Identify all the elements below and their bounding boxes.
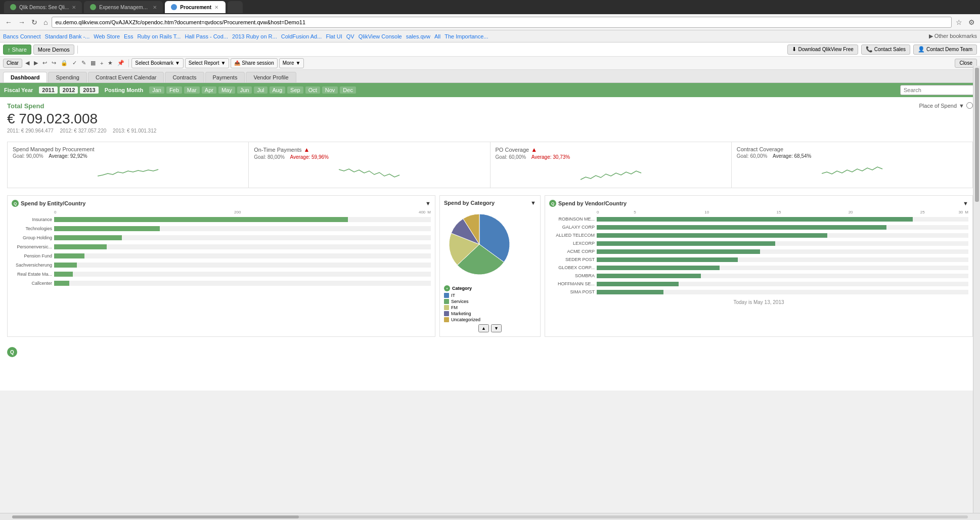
tab-contracts[interactable]: Contracts (165, 72, 204, 82)
bookmark-2013ruby[interactable]: 2013 Ruby on R... (232, 33, 277, 39)
forward-icon[interactable]: ▶ (32, 59, 39, 67)
entity-bar-row[interactable]: Pension Fund (12, 252, 431, 260)
back-button[interactable]: ← (3, 17, 14, 27)
entity-bar-row[interactable]: Real Estate Ma... (12, 270, 431, 278)
pie-down-button[interactable]: ▼ (491, 324, 502, 332)
vendor-bar-row[interactable]: ROBINSON ME... (549, 215, 968, 223)
back-icon[interactable]: ◀ (24, 59, 31, 67)
select-bookmark-dropdown[interactable]: Select Bookmark ▼ (131, 58, 184, 68)
contact-sales-button[interactable]: 📞 Contact Sales (861, 45, 910, 55)
vendor-bar-fill (597, 282, 679, 286)
vendor-bar-row[interactable]: GALAXY CORP (549, 224, 968, 231)
vendor-bar-row[interactable]: SEDER POST (549, 256, 968, 263)
vendor-bar-fill (597, 217, 913, 222)
bookmark-flatui[interactable]: Flat UI (326, 33, 342, 39)
forward-button[interactable]: → (16, 17, 27, 27)
address-bar[interactable] (52, 17, 952, 28)
month-dec[interactable]: Dec (340, 86, 356, 94)
more-dropdown[interactable]: More ▼ (279, 58, 304, 68)
tab-dashboard[interactable]: Dashboard (3, 72, 47, 82)
right-scrollbar[interactable] (973, 66, 980, 391)
fiscal-year-2011[interactable]: 2011 (39, 86, 57, 94)
entity-bar-row[interactable]: Group Holding (12, 234, 431, 242)
bookmark-sales[interactable]: sales.qvw (406, 33, 430, 39)
bookmark-hallpass[interactable]: Hall Pass - Cod... (185, 33, 228, 39)
month-oct[interactable]: Oct (305, 86, 320, 94)
lock-icon[interactable]: 🔒 (59, 59, 69, 67)
vendor-bar-row[interactable]: ALLIED TELECOM (549, 232, 968, 239)
redo-icon[interactable]: ↪ (50, 59, 58, 67)
bookmark-bancs[interactable]: Bancs Connect (3, 33, 41, 39)
tab-contract-event[interactable]: Contract Event Calendar (88, 72, 164, 82)
browser-tab-2[interactable]: Expense Manageme... ✕ (84, 1, 163, 13)
bookmark-coldfusion[interactable]: ColdFusion Ad... (281, 33, 322, 39)
bookmark-standard[interactable]: Standard Bank -... (45, 33, 90, 39)
bookmark-qv[interactable]: QV (346, 33, 354, 39)
vendor-bar-row[interactable]: GLOBEX CORP... (549, 264, 968, 271)
bookmark-button[interactable]: ☆ (954, 17, 964, 27)
month-jun[interactable]: Jun (237, 86, 252, 94)
entity-bar-row[interactable]: Technologies (12, 225, 431, 233)
tab-spending[interactable]: Spending (48, 72, 87, 82)
more-demos-button[interactable]: More Demos (33, 45, 74, 55)
browser-tab-3[interactable]: Procurement ✕ (165, 1, 226, 13)
month-mar[interactable]: Mar (184, 86, 200, 94)
right-scroll-thumb[interactable] (975, 68, 979, 202)
clear-button[interactable]: Clear (3, 59, 22, 68)
bookmark-all[interactable]: All (434, 33, 440, 39)
search-input[interactable] (900, 85, 976, 95)
entity-bar-row[interactable]: Personenversic... (12, 243, 431, 251)
download-button[interactable]: ⬇ Download QlikView Free (787, 45, 858, 55)
month-sep[interactable]: Sep (287, 86, 303, 94)
share-session-button[interactable]: 📤 Share session (231, 58, 277, 68)
home-button[interactable]: ⌂ (41, 17, 50, 27)
month-may[interactable]: May (218, 86, 235, 94)
fiscal-year-2012[interactable]: 2012 (60, 86, 78, 94)
bookmark-qlikconsole[interactable]: QlikView Console (359, 33, 402, 39)
add-icon[interactable]: + (99, 59, 105, 67)
reload-button[interactable]: ↻ (29, 17, 39, 27)
share-button[interactable]: ↑ Share (3, 45, 31, 55)
vendor-chart-menu-icon[interactable]: ▼ (963, 200, 968, 206)
month-jul[interactable]: Jul (254, 86, 267, 94)
entity-bar-row[interactable]: Insurance (12, 215, 431, 224)
vendor-bar-row[interactable]: LEXCORP (549, 240, 968, 247)
pin-icon[interactable]: 📌 (116, 59, 126, 67)
grid-icon[interactable]: ▦ (89, 59, 97, 67)
vendor-bar-row[interactable]: ACME CORP (549, 248, 968, 255)
bookmark-importance[interactable]: The Importance... (444, 33, 488, 39)
pie-up-button[interactable]: ▲ (478, 324, 489, 332)
select-report-dropdown[interactable]: Select Report ▼ (185, 58, 230, 68)
entity-bar-row[interactable]: Callcenter (12, 279, 431, 287)
bookmark-webstore[interactable]: Web Store (94, 33, 120, 39)
browser-tab-4[interactable] (228, 1, 243, 13)
month-jan[interactable]: Jan (149, 86, 164, 94)
month-feb[interactable]: Feb (166, 86, 182, 94)
bookmark-ruby[interactable]: Ruby on Rails T... (137, 33, 181, 39)
tab-close-1[interactable]: ✕ (72, 5, 76, 10)
edit-icon[interactable]: ✎ (80, 59, 87, 67)
tab-close-3[interactable]: ✕ (214, 5, 218, 10)
month-apr[interactable]: Apr (202, 86, 216, 94)
contact-demo-button[interactable]: 👤 Contact Demo Team (913, 45, 977, 55)
browser-tab-1[interactable]: Qlik Demos: See Qli... ✕ (4, 1, 82, 13)
category-chart-menu-icon[interactable]: ▼ (530, 200, 536, 206)
entity-bar-row[interactable]: Sachversicherung (12, 261, 431, 269)
other-bookmarks[interactable]: ▶ Other bookmarks (929, 33, 977, 39)
tab-close-2[interactable]: ✕ (153, 5, 157, 10)
place-of-spend-toggle[interactable] (966, 102, 973, 109)
bookmark-ess[interactable]: Ess (124, 33, 133, 39)
tab-vendor-profile[interactable]: Vendor Profile (246, 72, 296, 82)
vendor-bar-row[interactable]: SIMA POST (549, 288, 968, 295)
vendor-bar-row[interactable]: HOFFMANN SE... (549, 280, 968, 287)
check-icon[interactable]: ✓ (71, 59, 78, 67)
star-icon[interactable]: ★ (106, 59, 114, 67)
undo-icon[interactable]: ↩ (41, 59, 49, 67)
month-nov[interactable]: Nov (322, 86, 338, 94)
tab-payments[interactable]: Payments (205, 72, 245, 82)
vendor-bar-row[interactable]: SOMBRA (549, 272, 968, 279)
month-aug[interactable]: Aug (270, 86, 286, 94)
fiscal-year-2013[interactable]: 2013 (80, 86, 98, 94)
entity-chart-menu-icon[interactable]: ▼ (425, 200, 431, 206)
settings-button[interactable]: ⚙ (966, 17, 977, 27)
